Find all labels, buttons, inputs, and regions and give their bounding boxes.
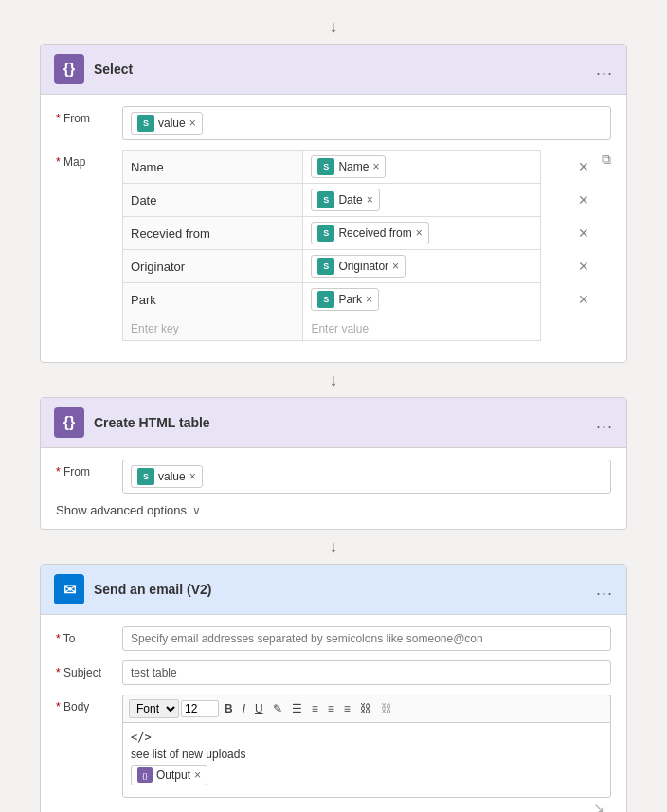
link-button[interactable]: ⛓ xyxy=(356,700,375,717)
font-size-input[interactable] xyxy=(181,700,219,717)
map-copy-button[interactable]: ⧉ xyxy=(602,152,611,168)
map-action-originator: ✕ xyxy=(540,250,597,283)
align-left-button[interactable]: ≡ xyxy=(324,700,338,717)
align-center-button[interactable]: ≡ xyxy=(340,700,354,717)
map-row-park: Park S Park × ✕ xyxy=(123,283,598,316)
font-select[interactable]: Font xyxy=(129,699,179,718)
show-advanced-button[interactable]: Show advanced options ∨ xyxy=(56,503,611,517)
map-val-date-close[interactable]: × xyxy=(367,193,373,207)
map-key-received: Recevied from xyxy=(123,217,303,250)
map-val-park-close[interactable]: × xyxy=(366,293,372,306)
html-table-title: Create HTML table xyxy=(94,415,586,430)
html-table-card: {} Create HTML table ... * From S value … xyxy=(40,397,627,530)
select-from-row: * From S value × xyxy=(56,106,611,140)
arrow-3: ↓ xyxy=(330,530,338,564)
map-delete-received[interactable]: ✕ xyxy=(578,226,589,241)
map-row-originator: Originator S Originator × xyxy=(123,250,598,283)
map-val-received-close[interactable]: × xyxy=(416,226,423,240)
email-to-label: * To xyxy=(56,626,113,645)
email-body-toolbar: Font B I U ✎ ☰ ≡ ≡ ≡ ⛓ ⛓ xyxy=(122,695,611,722)
html-table-from-tag-close[interactable]: × xyxy=(189,470,196,483)
map-delete-date[interactable]: ✕ xyxy=(578,192,589,208)
email-card-header: ✉ Send an email (V2) ... xyxy=(41,565,626,615)
top-arrow: ↓ xyxy=(330,9,338,44)
italic-button[interactable]: I xyxy=(239,700,249,717)
map-val-received-icon: S xyxy=(317,225,334,242)
select-card-body: * From S value × * Map xyxy=(41,95,626,362)
output-tag: {} Output × xyxy=(131,765,207,785)
email-icon: ✉ xyxy=(54,574,84,604)
html-table-from-label: * From xyxy=(56,460,113,478)
output-tag-icon: {} xyxy=(137,767,153,783)
map-delete-name[interactable]: ✕ xyxy=(578,159,589,174)
email-body-content[interactable]: </> see list of new uploads {} Output × xyxy=(122,722,611,798)
html-table-header: {} Create HTML table ... xyxy=(41,398,626,448)
email-title: Send an email (V2) xyxy=(94,582,586,597)
map-side-actions: ⧉ xyxy=(602,150,611,168)
map-val-name-text: Name xyxy=(338,160,369,173)
map-action-enter xyxy=(540,316,597,341)
select-from-label: * From xyxy=(56,106,113,125)
select-from-tag-icon: S xyxy=(137,115,154,132)
map-val-date: S Date × xyxy=(303,184,541,217)
select-from-tag: S value × xyxy=(131,112,203,135)
map-val-name: S Name × xyxy=(303,151,541,184)
map-val-date-tag: S Date × xyxy=(311,189,379,211)
arrow-2: ↓ xyxy=(330,363,338,397)
map-delete-park[interactable]: ✕ xyxy=(578,292,589,307)
map-val-park: S Park × xyxy=(303,283,541,316)
email-subject-field-wrap xyxy=(122,660,611,685)
select-card: {} Select ... * From S value × xyxy=(40,44,627,363)
map-key-park: Park xyxy=(123,283,303,316)
map-delete-originator[interactable]: ✕ xyxy=(578,259,589,274)
select-menu-button[interactable]: ... xyxy=(596,60,613,80)
select-map-outer: Name S Name × ✕ xyxy=(122,150,611,341)
show-advanced-label: Show advanced options xyxy=(56,503,187,517)
unlink-button[interactable]: ⛓ xyxy=(377,700,396,717)
map-action-date: ✕ xyxy=(540,184,597,217)
email-subject-input[interactable] xyxy=(122,660,611,685)
select-from-tag-text: value xyxy=(158,117,186,130)
email-body-label: * Body xyxy=(56,695,113,713)
enter-value-placeholder: Enter value xyxy=(311,322,369,335)
email-to-row: * To xyxy=(56,626,611,651)
html-table-body: * From S value × Show advanced options ∨ xyxy=(41,448,626,529)
map-key-enter[interactable]: Enter key xyxy=(123,316,303,341)
select-icon: {} xyxy=(54,54,84,84)
output-tag-close[interactable]: × xyxy=(194,768,201,782)
select-from-field[interactable]: S value × xyxy=(122,106,611,140)
map-val-received-text: Received from xyxy=(338,226,411,240)
email-menu-button[interactable]: ... xyxy=(596,580,613,600)
email-subject-row: * Subject xyxy=(56,660,611,685)
map-val-originator-close[interactable]: × xyxy=(392,260,399,273)
html-table-from-tag: S value × xyxy=(131,465,203,488)
email-body-row: * Body Font B I U ✎ ☰ ≡ xyxy=(56,695,611,812)
map-val-enter[interactable]: Enter value xyxy=(303,316,541,341)
map-row-received: Recevied from S Received from × xyxy=(123,217,598,250)
map-val-name-tag: S Name × xyxy=(311,155,386,178)
email-to-input[interactable] xyxy=(122,626,611,651)
map-key-name: Name xyxy=(123,151,303,184)
map-val-date-text: Date xyxy=(338,193,362,207)
map-val-originator-tag: S Originator × xyxy=(311,255,406,278)
chevron-down-icon: ∨ xyxy=(192,504,201,517)
select-from-tag-close[interactable]: × xyxy=(189,117,196,130)
map-val-originator-text: Originator xyxy=(338,260,388,273)
map-action-received: ✕ xyxy=(540,217,597,250)
select-map-table-wrap: Name S Name × ✕ xyxy=(122,150,598,341)
email-subject-label: * Subject xyxy=(56,660,113,679)
select-map-row: * Map Name S xyxy=(56,150,611,341)
pencil-button[interactable]: ✎ xyxy=(269,700,286,717)
email-to-field-wrap xyxy=(122,626,611,651)
list-ul-button[interactable]: ☰ xyxy=(288,700,306,717)
enter-key-placeholder: Enter key xyxy=(131,322,179,335)
html-table-from-field[interactable]: S value × xyxy=(122,460,611,494)
email-card: ✉ Send an email (V2) ... * To * Subject xyxy=(40,564,627,812)
map-row-enter: Enter key Enter value xyxy=(123,316,598,341)
html-table-menu-button[interactable]: ... xyxy=(596,413,613,433)
map-val-received-tag: S Received from × xyxy=(311,222,428,244)
underline-button[interactable]: U xyxy=(251,700,267,717)
list-ol-button[interactable]: ≡ xyxy=(308,700,322,717)
map-val-name-close[interactable]: × xyxy=(372,160,379,173)
bold-button[interactable]: B xyxy=(221,700,237,717)
